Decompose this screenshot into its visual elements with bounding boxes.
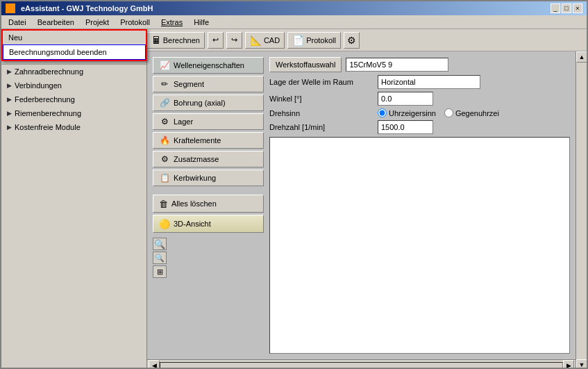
drehzahl-row: Drehzahl [1/min] <box>269 120 570 134</box>
werkstoff-input[interactable] <box>346 58 448 72</box>
sidebar-item-riemenberechnung[interactable]: ▶ Riemenberechnung <box>1 106 146 120</box>
dropdown-menu: Neu Berechnungsmodul beenden <box>1 51 147 61</box>
delete-icon: 🗑 <box>159 199 168 209</box>
h-scroll-track[interactable] <box>160 362 563 369</box>
lager-button[interactable]: ⚙ Lager <box>153 113 264 130</box>
menu-bar: Datei Bearbeiten Projekt Protokoll Extra… <box>1 15 587 29</box>
left-panel: 📈 Welleneigenschaften ✏ Segment 🔗 Bohrun… <box>153 57 264 354</box>
window-controls: _ □ × <box>551 3 582 13</box>
close-button[interactable]: × <box>573 3 582 13</box>
sidebar-label-federberechnung: Federberechnung <box>15 95 75 104</box>
lage-row: Lage der Welle im Raum <box>269 75 570 89</box>
sidebar-item-zahnrad[interactable]: ▶ Zahnradberechnung <box>1 65 146 79</box>
scroll-right-button[interactable]: ▶ <box>563 360 574 370</box>
calc-button[interactable]: 🖩 Berechnen <box>146 32 205 49</box>
extra-button[interactable]: ⚙ <box>344 32 360 49</box>
preview-box <box>269 137 570 354</box>
h-scrollbar[interactable]: ◀ ▶ <box>147 359 576 369</box>
winkel-input[interactable] <box>378 92 433 106</box>
welleneigenschaften-button[interactable]: 📈 Welleneigenschaften <box>153 57 264 74</box>
content-inner: 📈 Welleneigenschaften ✏ Segment 🔗 Bohrun… <box>147 51 576 359</box>
welleneigenschaften-label: Welleneigenschaften <box>174 61 244 69</box>
scroll-down-button[interactable]: ▼ <box>576 359 587 369</box>
redo-icon: ↪ <box>231 35 237 44</box>
arrow-icon: ▶ <box>7 68 12 75</box>
drehsinn-row: Drehsinn Uhrzeigersinn Gegenuhrzei <box>269 108 570 117</box>
winkel-label: Winkel [°] <box>269 95 373 103</box>
protocol-icon: 📄 <box>292 35 304 46</box>
radio-gegenuhrzeigersinn: Gegenuhrzei <box>444 108 499 117</box>
zoom-in-icon: 🔍 <box>154 239 165 249</box>
right-panel: Werkstoffauswahl Lage der Welle im Raum … <box>269 57 570 354</box>
arrow-icon: ▶ <box>7 96 12 103</box>
zusatzmasse-button[interactable]: ⚙ Zusatzmasse <box>153 151 264 167</box>
sidebar-label-riemenberechnung: Riemenberechnung <box>15 109 81 117</box>
main-layout: Neu Berechnungsmodul beenden Beenden ▶ Z… <box>1 51 587 369</box>
arrow-icon: ▶ <box>7 124 12 131</box>
view3d-icon: 🟡 <box>159 219 170 229</box>
scroll-up-button[interactable]: ▲ <box>576 51 587 63</box>
menu-item-beenden[interactable]: Berechnungsmodul beenden <box>3 51 146 60</box>
calc-label: Berechnen <box>163 36 200 44</box>
drehzahl-label: Drehzahl [1/min] <box>269 123 373 131</box>
menu-protokoll[interactable]: Protokoll <box>116 17 154 27</box>
radio-gegenuhrzeigersinn-label: Gegenuhrzei <box>455 109 499 117</box>
minimize-button[interactable]: _ <box>551 3 560 13</box>
protocol-label: Protokoll <box>306 36 336 44</box>
menu-bearbeiten[interactable]: Bearbeiten <box>33 17 78 27</box>
sidebar-item-kostenfreie[interactable]: ▶ Kostenfreie Module <box>1 120 146 134</box>
undo-icon: ↩ <box>212 35 219 44</box>
sidebar-item-verbindungen[interactable]: ▶ Verbindungen <box>1 79 146 92</box>
werkstoff-row: Werkstoffauswahl <box>269 57 570 72</box>
v-scrollbar[interactable]: ▲ ▼ <box>576 51 587 369</box>
maximize-button[interactable]: □ <box>562 3 571 13</box>
view3d-label: 3D-Ansicht <box>174 220 211 228</box>
delete-label: Alles löschen <box>171 199 217 208</box>
segment-label: Segment <box>174 80 204 88</box>
kraftelemente-label: Kraftelemente <box>174 136 221 145</box>
drehzahl-input[interactable] <box>378 120 433 134</box>
kerbwirkung-icon: 📋 <box>159 172 170 183</box>
zusatzmasse-label: Zusatzmasse <box>174 155 219 163</box>
radio-uhrzeigersinn-input[interactable] <box>378 108 387 117</box>
content-area: 📈 Welleneigenschaften ✏ Segment 🔗 Bohrun… <box>147 51 576 369</box>
werkstoff-button[interactable]: Werkstoffauswahl <box>269 57 342 72</box>
title-bar: eAssistant - GWJ Technology GmbH _ □ × <box>1 1 587 15</box>
sidebar-item-federberechnung[interactable]: ▶ Federberechnung <box>1 92 146 106</box>
menu-datei[interactable]: Datei <box>4 17 31 27</box>
menu-projekt[interactable]: Projekt <box>81 17 113 27</box>
arrow-icon: ▶ <box>7 82 12 89</box>
sidebar: Neu Berechnungsmodul beenden Beenden ▶ Z… <box>1 51 147 369</box>
menu-extras[interactable]: Extras <box>157 17 187 27</box>
undo-button[interactable]: ↩ <box>208 32 224 49</box>
bohrung-button[interactable]: 🔗 Bohrung (axial) <box>153 95 264 111</box>
welleneigenschaften-icon: 📈 <box>159 60 170 71</box>
protocol-button[interactable]: 📄 Protokoll <box>287 32 341 49</box>
lager-label: Lager <box>174 117 193 126</box>
kraftelemente-icon: 🔥 <box>159 135 170 146</box>
scroll-left-button[interactable]: ◀ <box>149 360 160 370</box>
lage-input[interactable] <box>378 75 480 89</box>
kerbwirkung-label: Kerbwirkung <box>174 174 216 182</box>
kraftelemente-button[interactable]: 🔥 Kraftelemente <box>153 132 264 149</box>
app-title: eAssistant - GWJ Technology GmbH <box>21 4 153 13</box>
cad-button[interactable]: 📐 CAD <box>245 32 285 49</box>
drehsinn-radio-group: Uhrzeigersinn Gegenuhrzei <box>378 108 499 117</box>
radio-uhrzeigersinn-label: Uhrzeigersinn <box>389 109 436 117</box>
v-scroll-track[interactable] <box>576 63 587 359</box>
delete-button[interactable]: 🗑 Alles löschen <box>153 195 264 213</box>
view3d-button[interactable]: 🟡 3D-Ansicht <box>153 215 264 233</box>
zoom-in-button[interactable]: 🔍 <box>153 238 167 250</box>
cad-icon: 📐 <box>250 35 262 46</box>
segment-button[interactable]: ✏ Segment <box>153 76 264 92</box>
app-icon <box>6 3 15 13</box>
zoom-fit-button[interactable]: ⊞ <box>153 265 167 278</box>
kerbwirkung-button[interactable]: 📋 Kerbwirkung <box>153 170 264 186</box>
zusatzmasse-icon: ⚙ <box>159 154 170 165</box>
radio-gegenuhrzeigersinn-input[interactable] <box>444 108 453 117</box>
menu-hilfe[interactable]: Hilfe <box>190 17 213 27</box>
panel-separator <box>153 188 264 192</box>
radio-uhrzeigersinn: Uhrzeigersinn <box>378 108 436 117</box>
redo-button[interactable]: ↪ <box>226 32 242 49</box>
zoom-out-button[interactable]: 🔍 <box>153 252 167 264</box>
